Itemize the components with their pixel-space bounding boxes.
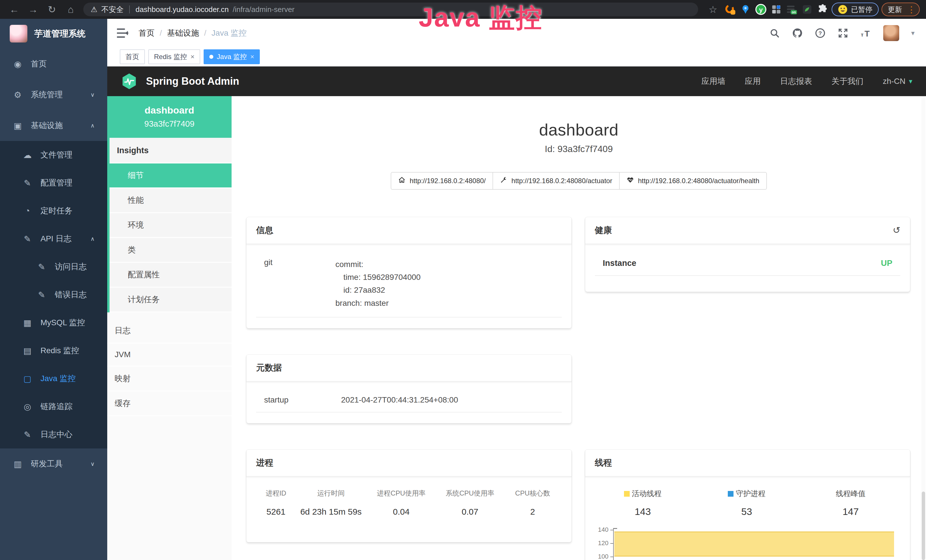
- annotation-text: Java 监控: [419, 0, 543, 35]
- sidebar-item-label: 日志中心: [41, 429, 73, 440]
- timer-icon: ◔: [22, 206, 33, 216]
- process-cell-value: 2: [504, 507, 562, 517]
- sba-menu-item-计划任务[interactable]: 计划任务: [109, 288, 232, 312]
- grid-extension-icon[interactable]: [770, 3, 782, 16]
- locale-selector[interactable]: zh-CN▾: [883, 77, 912, 86]
- sba-menu-item-缓存[interactable]: 缓存: [107, 391, 232, 416]
- info-card-title: 信息: [256, 224, 273, 236]
- sba-menu-item-环境[interactable]: 环境: [109, 213, 232, 238]
- scrollbar-thumb[interactable]: [922, 492, 925, 560]
- threads-chart-plot: [613, 528, 903, 560]
- user-caret-down-icon[interactable]: ▾: [911, 29, 915, 37]
- sidebar-item-log-center[interactable]: ✎日志中心: [0, 421, 107, 448]
- svg-text:т: т: [861, 31, 863, 37]
- tab-home[interactable]: 首页: [120, 49, 145, 64]
- sba-brand-title[interactable]: Spring Boot Admin: [146, 75, 239, 87]
- startup-value: 2021-04-27T00:44:31.254+08:00: [341, 395, 458, 404]
- help-icon[interactable]: ?: [815, 28, 826, 38]
- sidebar-item-label: 研发工具: [31, 459, 63, 469]
- instance-link-button[interactable]: http://192.168.0.2:48080/actuator/health: [619, 172, 767, 190]
- sidebar-item-trace[interactable]: ◎链路追踪: [0, 392, 107, 421]
- paused-extension-button[interactable]: 已暂停: [832, 3, 879, 16]
- y-tick-label: 140: [598, 526, 608, 533]
- sidebar-item-api-log[interactable]: ✎API 日志∧: [0, 225, 107, 253]
- process-column-header: 进程CPU使用率: [366, 489, 436, 498]
- health-card-title: 健康: [595, 224, 612, 236]
- threads-card-title: 线程: [595, 457, 612, 469]
- back-icon[interactable]: ←: [6, 0, 22, 19]
- browser-menu-kebab-icon[interactable]: ⋮: [907, 5, 916, 15]
- github-icon[interactable]: [792, 28, 803, 38]
- sidebar-item-config-mgmt[interactable]: ✎配置管理: [0, 169, 107, 197]
- instance-link-button[interactable]: http://192.168.0.2:48080/actuator: [493, 172, 620, 190]
- sidebar-item-redis-monitor[interactable]: ▤Redis 监控: [0, 337, 107, 365]
- history-icon[interactable]: ↺: [893, 225, 900, 236]
- search-icon[interactable]: [769, 28, 780, 38]
- onetab-extension-icon[interactable]: on: [785, 3, 798, 16]
- instance-link-url: http://192.168.0.2:48080/actuator: [511, 177, 612, 185]
- active-threads-area-series: [614, 531, 894, 557]
- colab-extension-icon[interactable]: [724, 3, 736, 16]
- metadata-card: 元数据 startup 2021-04-27T00:44:31.254+08:0…: [247, 354, 572, 423]
- health-instance-row: Instance UP: [595, 256, 900, 276]
- sidebar-item-label: 文件管理: [41, 150, 73, 160]
- locale-label: zh-CN: [883, 77, 905, 86]
- sidebar-item-infrastructure[interactable]: ▣基础设施∧: [0, 110, 107, 141]
- sidebar-item-home[interactable]: ◉首页: [0, 48, 107, 79]
- fullscreen-icon[interactable]: [838, 28, 849, 38]
- update-button[interactable]: 更新 ⋮: [882, 3, 920, 16]
- sba-nav-about[interactable]: 关于我们: [832, 76, 864, 87]
- tab-redis-monitor[interactable]: Redis 监控×: [148, 49, 200, 64]
- browser-home-icon[interactable]: ⌂: [63, 0, 79, 19]
- sba-menu-item-日志[interactable]: 日志: [107, 319, 232, 344]
- breadcrumb-infrastructure[interactable]: 基础设施: [167, 28, 199, 38]
- dashboard-icon: ◉: [12, 59, 23, 69]
- spring-boot-admin-logo: [120, 73, 138, 90]
- wrench-icon: [500, 176, 507, 185]
- process-table-header: 进程ID运行时间进程CPU使用率系统CPU使用率CPU核心数: [256, 489, 562, 498]
- close-icon[interactable]: ×: [191, 53, 195, 61]
- y-extension-icon[interactable]: y: [755, 3, 767, 16]
- menu-section-insights: Insights: [109, 138, 232, 163]
- close-icon[interactable]: ×: [250, 53, 254, 61]
- pin-extension-icon[interactable]: [739, 3, 752, 16]
- y-tick-label: 120: [598, 539, 608, 547]
- page-title: dashboard: [232, 120, 926, 139]
- reload-icon[interactable]: ↻: [44, 0, 60, 19]
- sidebar-item-java-monitor[interactable]: ▢Java 监控: [0, 365, 107, 392]
- extensions-puzzle-icon[interactable]: [816, 3, 829, 16]
- font-size-icon[interactable]: тT: [860, 28, 871, 38]
- address-bar[interactable]: ⚠ 不安全 dashboard.yudao.iocoder.cn/infra/a…: [83, 3, 698, 16]
- sidebar-item-mysql-monitor[interactable]: ▦MySQL 监控: [0, 309, 107, 337]
- sidebar-item-dev-tools[interactable]: ▥研发工具∨: [0, 448, 107, 479]
- tab-java-monitor[interactable]: Java 监控×: [204, 49, 260, 64]
- hamburger-icon[interactable]: [117, 28, 128, 38]
- sba-menu-item-映射[interactable]: 映射: [107, 366, 232, 391]
- sba-menu-item-类[interactable]: 类: [109, 238, 232, 263]
- sba-menu-item-JVM[interactable]: JVM: [107, 344, 232, 366]
- sidebar-item-file-mgmt[interactable]: ☁文件管理: [0, 141, 107, 169]
- leaf-extension-icon[interactable]: [801, 3, 813, 16]
- instance-link-button[interactable]: http://192.168.0.2:48080/: [391, 172, 493, 190]
- user-avatar[interactable]: [883, 25, 899, 41]
- git-row: git commit:time: 1596289704000id: 27aa83…: [256, 256, 562, 318]
- sidebar-item-access-log[interactable]: ✎访问日志: [0, 253, 107, 281]
- threads-card: 线程 活动线程守护进程线程峰值 14353147 140120100: [585, 450, 910, 560]
- sidebar-item-error-log[interactable]: ✎错误日志: [0, 281, 107, 309]
- sba-nav-applications[interactable]: 应用: [745, 76, 761, 87]
- sba-menu-item-性能[interactable]: 性能: [109, 188, 232, 213]
- sba-nav-wallboard[interactable]: 应用墙: [702, 76, 726, 87]
- sba-menu-item-细节[interactable]: 细节: [109, 163, 232, 188]
- scrollbar-track[interactable]: [921, 96, 925, 560]
- startup-row: startup 2021-04-27T00:44:31.254+08:00: [256, 394, 562, 413]
- instance-header[interactable]: dashboard 93a3fc7f7409: [107, 96, 232, 138]
- sba-menu-item-配置属性[interactable]: 配置属性: [109, 263, 232, 288]
- forward-icon[interactable]: →: [25, 0, 41, 19]
- breadcrumb-home[interactable]: 首页: [139, 28, 154, 38]
- git-line: commit:: [335, 258, 421, 271]
- sba-nav-journal[interactable]: 日志报表: [780, 76, 812, 87]
- sidebar-item-system-mgmt[interactable]: ⚙系统管理∨: [0, 79, 107, 110]
- edit-icon: ✎: [22, 178, 33, 188]
- sidebar-item-scheduled-jobs[interactable]: ◔定时任务: [0, 197, 107, 225]
- bookmark-star-icon[interactable]: ☆: [705, 0, 721, 19]
